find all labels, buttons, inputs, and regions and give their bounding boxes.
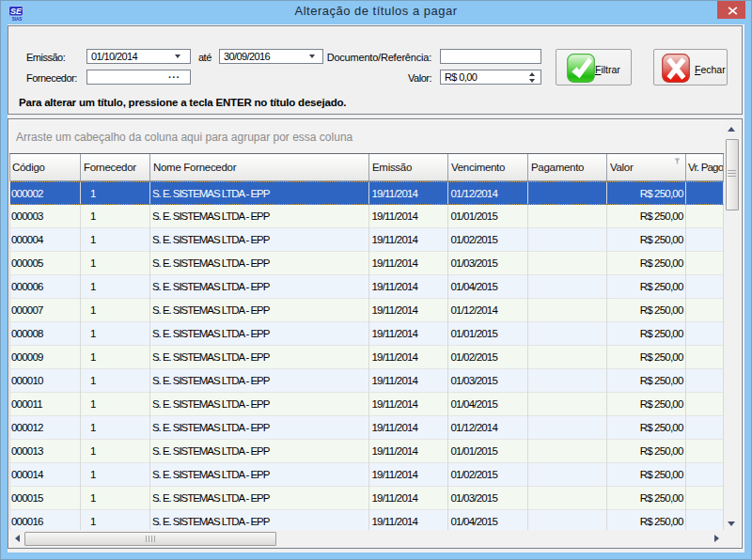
svg-text:SE: SE <box>10 7 23 16</box>
svg-text:SIAS: SIAS <box>12 17 23 22</box>
